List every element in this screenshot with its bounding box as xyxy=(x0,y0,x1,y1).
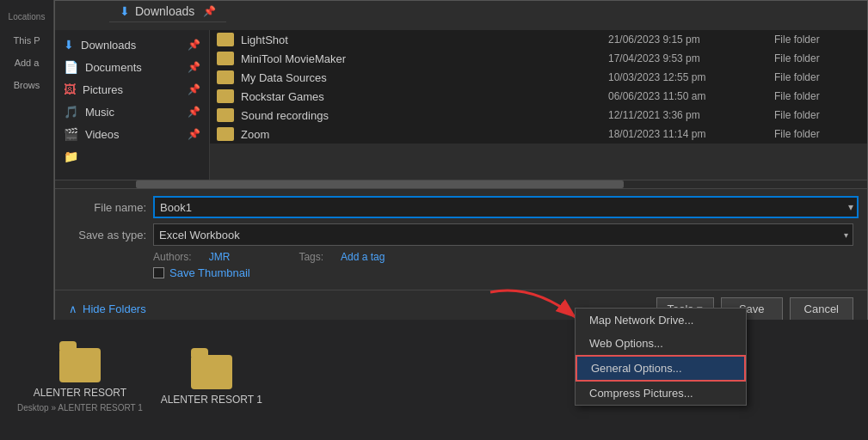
menu-item-general-options[interactable]: General Options... xyxy=(576,355,746,382)
file-date-cell: 17/04/2023 9:53 pm xyxy=(608,52,767,64)
file-row[interactable]: Rockstar Games06/06/2023 11:50 amFile fo… xyxy=(210,87,867,106)
pictures-icon: 🖼 xyxy=(64,82,76,96)
sidebar-label-music: Music xyxy=(85,106,114,119)
taskbar-sub-0: Desktop » ALENTER RESORT 1 xyxy=(17,403,143,412)
file-type-cell: File folder xyxy=(774,109,860,121)
authors-label: Authors: xyxy=(153,251,192,263)
filename-input[interactable] xyxy=(153,196,859,218)
menu-label-general-options: General Options... xyxy=(591,362,682,375)
this-pc-label: This P xyxy=(11,34,41,47)
videos-icon: 🎬 xyxy=(64,127,78,141)
file-date-cell: 21/06/2023 9:15 pm xyxy=(608,34,767,46)
folder-icon xyxy=(217,33,234,46)
sidebar-label-videos: Videos xyxy=(85,128,120,141)
save-as-dialog: ⬇ Downloads 📌 ⬇ Downloads 📌 📄 Documents … xyxy=(54,0,868,328)
menu-label-map-network: Map Network Drive... xyxy=(589,314,693,327)
savetype-wrapper: Excel Workbook ▾ xyxy=(153,223,853,246)
pin-pictures: 📌 xyxy=(188,83,200,95)
file-type-cell: File folder xyxy=(774,71,860,83)
locations-label: Locations xyxy=(0,9,53,25)
folder-icon xyxy=(217,52,234,65)
pin-music: 📌 xyxy=(188,106,200,118)
file-type-cell: File folder xyxy=(774,90,860,102)
savetype-row: Save as type: Excel Workbook ▾ xyxy=(69,223,853,246)
file-type-cell: File folder xyxy=(774,34,860,46)
browse-label: Brows xyxy=(12,78,42,92)
file-date-cell: 06/06/2023 11:50 am xyxy=(608,90,767,102)
taskbar-item-0[interactable]: ALENTER RESORT Desktop » ALENTER RESORT … xyxy=(17,348,143,412)
savetype-label: Save as type: xyxy=(69,229,146,241)
file-list-area: LightShot21/06/2023 9:15 pmFile folderMi… xyxy=(210,30,867,180)
tags-label: Tags: xyxy=(299,251,323,263)
thumbnail-checkbox[interactable] xyxy=(153,267,164,278)
file-date-cell: 18/01/2023 11:14 pm xyxy=(608,128,767,140)
menu-item-web-options[interactable]: Web Options... xyxy=(576,332,746,355)
file-row[interactable]: MiniTool MovieMaker17/04/2023 9:53 pmFil… xyxy=(210,49,867,68)
authors-value[interactable]: JMR xyxy=(209,251,231,263)
download-icon: ⬇ xyxy=(120,4,130,18)
folder-icon xyxy=(217,108,234,122)
pin-documents: 📌 xyxy=(188,61,200,73)
hide-folders-label: Hide Folders xyxy=(83,302,146,315)
filename-row: File name: ▾ xyxy=(69,196,853,218)
sidebar-label-documents: Documents xyxy=(85,61,142,74)
thumbnail-row: Save Thumbnail xyxy=(69,266,853,279)
sidebar-label-pictures: Pictures xyxy=(83,83,123,96)
file-name-cell: Zoom xyxy=(241,128,601,141)
hide-folders-btn[interactable]: ∧ Hide Folders xyxy=(69,302,146,315)
horizontal-scrollbar[interactable] xyxy=(55,180,867,188)
folder-extra-icon: 📁 xyxy=(64,150,78,163)
menu-item-map-network[interactable]: Map Network Drive... xyxy=(576,309,746,332)
scrollbar-thumb[interactable] xyxy=(136,180,623,188)
downloads-tab[interactable]: ⬇ Downloads 📌 xyxy=(109,1,226,22)
tools-dropdown-menu: Map Network Drive... Web Options... Gene… xyxy=(575,308,747,406)
tags-value[interactable]: Add a tag xyxy=(341,251,385,263)
add-label: Add a xyxy=(13,56,41,70)
quick-access-sidebar: ⬇ Downloads 📌 📄 Documents 📌 🖼 Pictures 📌… xyxy=(55,30,210,180)
music-icon: 🎵 xyxy=(64,105,78,119)
file-type-cell: File folder xyxy=(774,52,860,64)
file-date-cell: 12/11/2021 3:36 pm xyxy=(608,109,767,121)
file-row[interactable]: My Data Sources10/03/2023 12:55 pmFile f… xyxy=(210,68,867,87)
folder-icon xyxy=(217,127,234,141)
sidebar-item-documents[interactable]: 📄 Documents 📌 xyxy=(55,56,209,78)
taskbar-item-1[interactable]: ALENTER RESORT 1 xyxy=(160,355,263,406)
form-area: File name: ▾ Save as type: Excel Workboo… xyxy=(55,188,867,290)
file-name-cell: Rockstar Games xyxy=(241,90,601,103)
pin-videos: 📌 xyxy=(188,128,200,140)
filename-label: File name: xyxy=(69,201,146,214)
savetype-select[interactable]: Excel Workbook xyxy=(153,223,853,246)
sidebar-item-videos[interactable]: 🎬 Videos 📌 xyxy=(55,123,209,145)
sidebar-item-downloads[interactable]: ⬇ Downloads 📌 xyxy=(55,34,209,56)
sidebar-item-folder-extra[interactable]: 📁 xyxy=(55,145,209,168)
cancel-button[interactable]: Cancel xyxy=(790,297,853,321)
sidebar-label-downloads: Downloads xyxy=(81,39,136,52)
documents-icon: 📄 xyxy=(64,60,78,74)
taskbar-folder-icon-0 xyxy=(59,348,101,382)
chevron-up-icon: ∧ xyxy=(69,302,77,315)
file-name-cell: MiniTool MovieMaker xyxy=(241,52,601,65)
file-row[interactable]: Zoom18/01/2023 11:14 pmFile folder xyxy=(210,125,867,144)
menu-label-web-options: Web Options... xyxy=(589,337,663,350)
taskbar-label-0: ALENTER RESORT xyxy=(34,387,126,399)
file-row[interactable]: LightShot21/06/2023 9:15 pmFile folder xyxy=(210,30,867,49)
file-type-cell: File folder xyxy=(774,128,860,140)
meta-row: Authors: JMR Tags: Add a tag xyxy=(69,251,853,263)
pin-downloads: 📌 xyxy=(188,39,200,51)
thumbnail-label[interactable]: Save Thumbnail xyxy=(169,266,250,279)
taskbar-folder-icon-1 xyxy=(191,355,232,389)
filename-dropdown-arrow[interactable]: ▾ xyxy=(848,201,853,213)
menu-label-compress-pictures: Compress Pictures... xyxy=(589,387,693,400)
folder-icon xyxy=(217,70,234,84)
file-name-cell: My Data Sources xyxy=(241,71,601,84)
file-row[interactable]: Sound recordings12/11/2021 3:36 pmFile f… xyxy=(210,106,867,125)
file-name-cell: LightShot xyxy=(241,34,601,46)
sidebar-item-music[interactable]: 🎵 Music 📌 xyxy=(55,101,209,123)
downloads-tab-label: Downloads xyxy=(135,4,194,18)
sidebar-item-pictures[interactable]: 🖼 Pictures 📌 xyxy=(55,78,209,101)
menu-item-compress-pictures[interactable]: Compress Pictures... xyxy=(576,382,746,405)
downloads-icon: ⬇ xyxy=(64,38,74,52)
pin-icon: 📌 xyxy=(203,5,216,17)
folder-icon xyxy=(217,89,234,103)
nav-sidebar: Locations This P Add a Brows xyxy=(0,0,54,328)
